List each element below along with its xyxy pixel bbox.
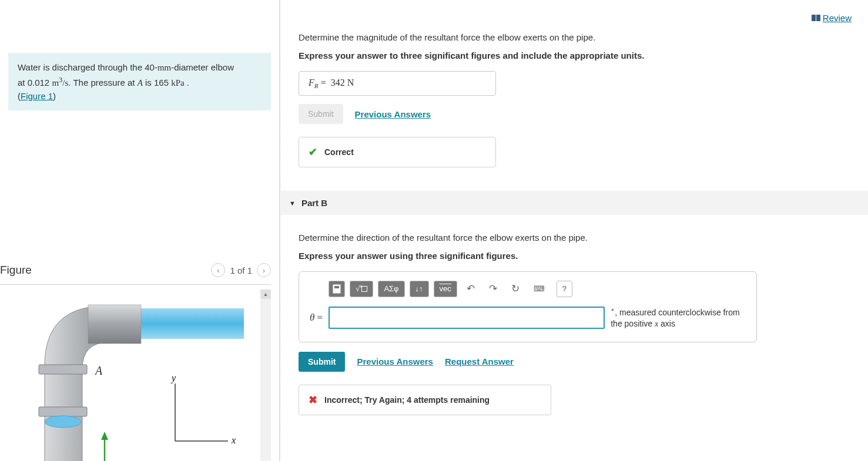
scroll-up-button[interactable]: ▲ bbox=[260, 290, 271, 299]
equation-editor: √x ΑΣφ ↓↑ vec ↶ ↷ ↻ ⌨ ? θ = ∘, measured … bbox=[299, 271, 757, 342]
part-b-request-answer-link[interactable]: Request Answer bbox=[445, 356, 514, 366]
figure-pager: ‹ 1 of 1 › bbox=[211, 263, 271, 277]
pager-prev-button[interactable]: ‹ bbox=[211, 263, 225, 277]
math-symbols-button[interactable]: √x bbox=[350, 281, 373, 297]
help-button[interactable]: ? bbox=[557, 281, 572, 297]
part-b-feedback: ✖ Incorrect; Try Again; 4 attempts remai… bbox=[299, 385, 551, 415]
part-a-previous-answers-link[interactable]: Previous Answers bbox=[355, 109, 431, 119]
undo-button[interactable]: ↶ bbox=[462, 280, 480, 297]
review-link[interactable]: Review bbox=[812, 13, 852, 23]
part-b-header[interactable]: ▼ Part B bbox=[281, 191, 868, 215]
equation-toolbar: √x ΑΣφ ↓↑ vec ↶ ↷ ↻ ⌨ ? bbox=[299, 272, 756, 305]
theta-label: θ = bbox=[310, 312, 323, 324]
part-b-instruction: Express your answer using three signific… bbox=[299, 251, 850, 261]
part-b-prompt: Determine the direction of the resultant… bbox=[299, 233, 850, 243]
collapse-icon: ▼ bbox=[289, 200, 296, 207]
part-a-instruction: Express your answer to three significant… bbox=[299, 51, 850, 60]
checkmark-icon: ✔ bbox=[309, 146, 317, 159]
part-b-previous-answers-link[interactable]: Previous Answers bbox=[357, 356, 433, 366]
part-a-feedback: ✔ Correct bbox=[299, 137, 496, 167]
part-a-submit-button: Submit bbox=[299, 104, 343, 124]
figure-link[interactable]: Figure 1 bbox=[21, 91, 53, 101]
pager-text: 1 of 1 bbox=[230, 265, 252, 275]
keyboard-button[interactable]: ⌨ bbox=[529, 282, 549, 295]
svg-rect-3 bbox=[39, 365, 87, 374]
figure-image: A y x ▲ bbox=[0, 290, 271, 461]
svg-point-5 bbox=[45, 416, 81, 428]
x-icon: ✖ bbox=[309, 393, 317, 406]
templates-button[interactable] bbox=[329, 281, 345, 297]
svg-rect-2 bbox=[88, 305, 141, 344]
problem-statement: Water is discharged through the 40-mm-di… bbox=[8, 53, 271, 110]
reset-button[interactable]: ↻ bbox=[507, 280, 524, 297]
part-b-answer-input[interactable] bbox=[329, 307, 605, 329]
figure-scrollbar[interactable] bbox=[260, 290, 271, 461]
subscript-button[interactable]: ↓↑ bbox=[410, 281, 429, 297]
redo-button[interactable]: ↷ bbox=[484, 280, 502, 297]
greek-button[interactable]: ΑΣφ bbox=[378, 281, 404, 297]
svg-text:x: x bbox=[231, 435, 236, 445]
svg-rect-14 bbox=[334, 286, 339, 288]
part-b-submit-button[interactable]: Submit bbox=[299, 352, 345, 372]
part-a-answer-display: FR = 342 N bbox=[299, 71, 496, 96]
svg-rect-4 bbox=[39, 407, 87, 416]
figure-heading: Figure bbox=[0, 264, 32, 277]
svg-text:y: y bbox=[170, 373, 176, 383]
book-icon bbox=[812, 15, 820, 21]
svg-text:A: A bbox=[94, 364, 103, 377]
vec-button[interactable]: vec bbox=[434, 281, 457, 297]
svg-marker-12 bbox=[101, 432, 108, 440]
part-b-unit-text: ∘, measured counterclockwise from the po… bbox=[611, 305, 746, 329]
part-a-prompt: Determine the magnitude of the resultant… bbox=[299, 32, 850, 42]
pager-next-button[interactable]: › bbox=[257, 263, 271, 277]
